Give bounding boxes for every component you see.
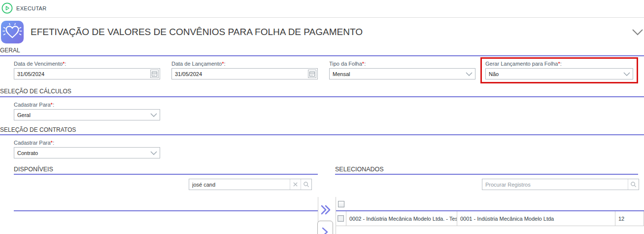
field-data-vencimento: Data de Vencimento*: 31/05/2024: [14, 61, 160, 79]
disponiveis-search-input[interactable]: [189, 179, 290, 190]
calendar-icon[interactable]: [150, 70, 159, 78]
field-gerar-lancamento-folha: Gerar Lançamento para Folha*: Não: [485, 61, 633, 79]
date-value: 31/05/2024: [172, 71, 308, 77]
chevron-down-icon: [621, 72, 633, 76]
move-selected-right-button[interactable]: [317, 221, 333, 234]
table-row[interactable]: 0002 - Indústria Mecânica Modelo Ltda. -…: [336, 211, 644, 226]
field-label: Data de Lançamento*:: [171, 61, 318, 67]
field-cadastrar-para-calculos: Cadastrar Para*: Geral: [14, 102, 160, 120]
play-icon: [1, 2, 13, 14]
row-checkbox[interactable]: [338, 215, 344, 222]
section-title-selecao-contratos: SELEÇÃO DE CONTRATOS: [0, 126, 76, 133]
tipo-folha-select[interactable]: Mensal: [329, 68, 475, 79]
chevron-down-icon: [148, 113, 160, 117]
search-icon[interactable]: [301, 179, 311, 190]
selecionados-search-box: [482, 179, 639, 190]
select-value: Mensal: [330, 71, 463, 77]
data-vencimento-input[interactable]: 31/05/2024: [14, 68, 160, 79]
field-cadastrar-para-contratos: Cadastrar Para*: Contrato: [14, 140, 160, 158]
field-label: Data de Vencimento*:: [14, 61, 160, 67]
toolbar: EXECUTAR: [0, 0, 644, 18]
field-label: Tipo da Folha*:: [329, 61, 475, 67]
gerar-lancamento-folha-select[interactable]: Não: [485, 68, 633, 79]
collapse-chevron-down-icon[interactable]: [632, 29, 643, 37]
convenios-payroll-screen: EXECUTAR EFETIVAÇÃO DE VALORES DE CONVÊN…: [0, 0, 644, 234]
row-cell-codigo: 12: [615, 211, 644, 226]
field-label: Cadastrar Para*:: [14, 102, 160, 108]
section-title-selecao-calculos: SELEÇÃO DE CÁLCULOS: [0, 88, 71, 95]
field-label: Gerar Lançamento para Folha*:: [485, 61, 633, 67]
cadastrar-para-contratos-select[interactable]: Contrato: [14, 147, 160, 158]
row-cell-estabelecimento: 0001 - Indústria Mecânica Modelo Ltda: [457, 211, 615, 226]
geral-rule: [0, 55, 644, 56]
selecionados-search-input[interactable]: [482, 179, 628, 190]
select-value: Contrato: [14, 150, 148, 156]
selecionados-rule: [335, 174, 638, 175]
disponiveis-rule: [14, 174, 318, 175]
selecao-calculos-rule: [0, 96, 644, 97]
select-value: Não: [486, 71, 621, 77]
section-title-geral: GERAL: [0, 47, 20, 54]
heart-app-icon: [1, 21, 24, 43]
date-value: 31/05/2024: [14, 71, 150, 77]
disponiveis-table: EMPRESA ESTABELECIMENTO CONTRATO: [0, 197, 318, 234]
disponiveis-header-rule: [14, 210, 318, 211]
calendar-icon[interactable]: [308, 70, 316, 78]
select-value: Geral: [14, 112, 148, 118]
selecionados-select-all-checkbox[interactable]: [338, 201, 344, 207]
execute-label: EXECUTAR: [16, 5, 46, 11]
search-icon[interactable]: [628, 179, 639, 190]
chevron-down-icon: [463, 72, 475, 76]
execute-button[interactable]: EXECUTAR: [1, 2, 46, 14]
page-title: EFETIVAÇÃO DE VALORES DE CONVÊNIOS PARA …: [31, 27, 363, 38]
row-checkbox-cell: [336, 211, 346, 226]
field-label: Cadastrar Para*:: [14, 140, 160, 146]
clear-search-icon[interactable]: [290, 179, 301, 190]
panel-title-selecionados: SELECIONADOS: [335, 166, 384, 173]
cadastrar-para-calculos-select[interactable]: Geral: [14, 109, 160, 120]
disponiveis-search-box: [189, 179, 312, 190]
data-lancamento-input[interactable]: 31/05/2024: [171, 68, 318, 79]
row-cell-empresa: 0002 - Indústria Mecânica Modelo Ltda. -…: [346, 211, 457, 226]
panel-title-disponiveis: DISPONÍVEIS: [14, 166, 53, 173]
field-data-lancamento: Data de Lançamento*: 31/05/2024: [171, 61, 318, 79]
chevron-down-icon: [148, 151, 160, 155]
move-all-right-button[interactable]: [319, 202, 332, 217]
selecao-contratos-rule: [0, 134, 644, 135]
field-tipo-folha: Tipo da Folha*: Mensal: [329, 61, 475, 79]
